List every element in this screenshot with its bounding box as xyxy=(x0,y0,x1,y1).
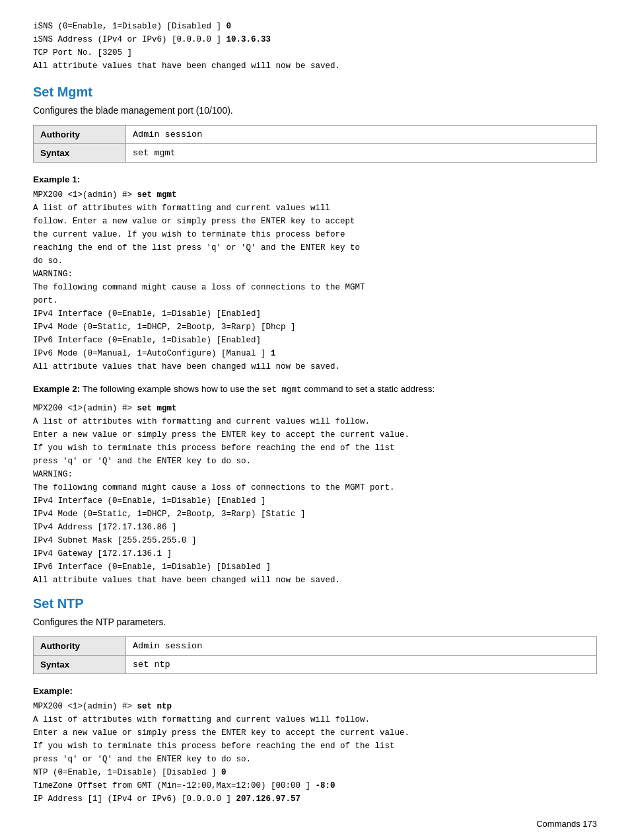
example1-heading: Example 1: xyxy=(33,174,597,184)
code-line: Enter a new value or simply press the EN… xyxy=(33,726,597,740)
code-line: WARNING: xyxy=(33,468,597,481)
table-row-authority: Authority Admin session xyxy=(34,126,597,144)
table-row-authority: Authority Admin session xyxy=(34,636,597,655)
code-line: The following command might cause a loss… xyxy=(33,281,597,294)
code-line: IPv4 Interface (0=Enable, 1=Disable) [En… xyxy=(33,494,597,508)
table-row-syntax: Syntax set mgmt xyxy=(34,144,597,163)
code-line: IPv6 Interface (0=Enable, 1=Disable) [En… xyxy=(33,334,597,347)
code-line: IPv6 Mode (0=Manual, 1=AutoConfigure) [M… xyxy=(33,347,597,360)
set-ntp-section: Set NTP Configures the NTP parameters. A… xyxy=(33,596,597,806)
syntax-value: set mgmt xyxy=(126,144,597,163)
example2-heading-para: Example 2: The following example shows h… xyxy=(33,383,597,397)
code-line: MPX200 <1>(admin) #> set mgmt xyxy=(33,188,597,202)
example2-bold-label: Example 2: xyxy=(33,384,80,394)
top-code-line-3: TCP Port No. [3205 ] xyxy=(33,46,597,59)
top-code-value-2: 10.3.6.33 xyxy=(227,35,271,44)
code-line: IPv4 Address [172.17.136.86 ] xyxy=(33,521,597,534)
command-bold: set ntp xyxy=(137,702,172,711)
set-ntp-table: Authority Admin session Syntax set ntp xyxy=(33,636,597,674)
code-line: All attribute values that have been chan… xyxy=(33,574,597,587)
code-line: press 'q' or 'Q' and the ENTER key to do… xyxy=(33,455,597,468)
top-code-section: iSNS (0=Enable, 1=Disable) [Disabled ] 0… xyxy=(33,20,597,73)
authority-value: Admin session xyxy=(126,636,597,655)
code-line: IPv4 Mode (0=Static, 1=DHCP, 2=Bootp, 3=… xyxy=(33,321,597,334)
authority-label: Authority xyxy=(34,126,126,144)
syntax-label: Syntax xyxy=(34,144,126,163)
code-line: MPX200 <1>(admin) #> set ntp xyxy=(33,700,597,713)
value-bold: -8:0 xyxy=(316,781,335,790)
code-line: do so. xyxy=(33,254,597,268)
code-line: IP Address [1] (IPv4 or IPv6) [0.0.0.0 ]… xyxy=(33,792,597,806)
code-line: the current value. If you wish to termin… xyxy=(33,228,597,241)
code-line: IPv4 Gateway [172.17.136.1 ] xyxy=(33,547,597,560)
code-line: port. xyxy=(33,294,597,307)
value-bold: 1 xyxy=(271,349,276,358)
code-line: A list of attributes with formatting and… xyxy=(33,415,597,428)
set-ntp-title: Set NTP xyxy=(33,596,597,611)
code-line: All attribute values that have been chan… xyxy=(33,360,597,373)
code-line: IPv4 Interface (0=Enable, 1=Disable) [En… xyxy=(33,307,597,321)
set-mgmt-title: Set Mgmt xyxy=(33,85,597,100)
set-mgmt-section: Set Mgmt Configures the blade management… xyxy=(33,85,597,587)
code-line: A list of attributes with formatting and… xyxy=(33,713,597,726)
code-line: follow. Enter a new value or simply pres… xyxy=(33,215,597,228)
code-line: IPv4 Mode (0=Static, 1=DHCP, 2=Bootp, 3=… xyxy=(33,508,597,521)
table-row-syntax: Syntax set ntp xyxy=(34,655,597,673)
value-bold: 0 xyxy=(221,768,227,777)
syntax-label: Syntax xyxy=(34,655,126,673)
code-line: If you wish to terminate this process be… xyxy=(33,441,597,455)
code-line: A list of attributes with formatting and… xyxy=(33,202,597,215)
example2-inline-code: set mgmt xyxy=(262,385,301,395)
code-line: Enter a new value or simply press the EN… xyxy=(33,428,597,441)
set-mgmt-table: Authority Admin session Syntax set mgmt xyxy=(33,125,597,163)
syntax-value: set ntp xyxy=(126,655,597,673)
code-line: reaching the end of the list press 'q' o… xyxy=(33,241,597,254)
code-line: press 'q' or 'Q' and the ENTER key to do… xyxy=(33,753,597,766)
page-footer: Commands 173 xyxy=(33,819,597,829)
code-line: If you wish to terminate this process be… xyxy=(33,740,597,753)
top-code-line-4: All attribute values that have been chan… xyxy=(33,59,597,73)
top-code-line-1: iSNS (0=Enable, 1=Disable) [Disabled ] 0 xyxy=(33,20,597,33)
code-line: IPv4 Subnet Mask [255.255.255.0 ] xyxy=(33,534,597,547)
value-bold: 207.126.97.57 xyxy=(236,794,301,804)
set-ntp-description: Configures the NTP parameters. xyxy=(33,617,597,627)
code-line: The following command might cause a loss… xyxy=(33,481,597,494)
code-line: NTP (0=Enable, 1=Disable) [Disabled ] 0 xyxy=(33,766,597,779)
ntp-example-code: MPX200 <1>(admin) #> set ntp A list of a… xyxy=(33,700,597,806)
code-line: WARNING: xyxy=(33,268,597,281)
set-mgmt-description: Configures the blade management port (10… xyxy=(33,105,597,116)
authority-label: Authority xyxy=(34,636,126,655)
page-footer-text: Commands 173 xyxy=(536,819,597,829)
example2-code: MPX200 <1>(admin) #> set mgmt A list of … xyxy=(33,402,597,587)
example1-code: MPX200 <1>(admin) #> set mgmt A list of … xyxy=(33,188,597,373)
command-bold: set mgmt xyxy=(137,190,177,200)
ntp-example-heading: Example: xyxy=(33,686,597,696)
top-code-value-1: 0 xyxy=(227,22,232,31)
top-code-line-2: iSNS Address (IPv4 or IPv6) [0.0.0.0 ] 1… xyxy=(33,33,597,46)
command-bold: set mgmt xyxy=(137,404,177,413)
code-line: TimeZone Offset from GMT (Min=-12:00,Max… xyxy=(33,779,597,792)
code-line: MPX200 <1>(admin) #> set mgmt xyxy=(33,402,597,415)
code-line: IPv6 Interface (0=Enable, 1=Disable) [Di… xyxy=(33,560,597,574)
authority-value: Admin session xyxy=(126,126,597,144)
